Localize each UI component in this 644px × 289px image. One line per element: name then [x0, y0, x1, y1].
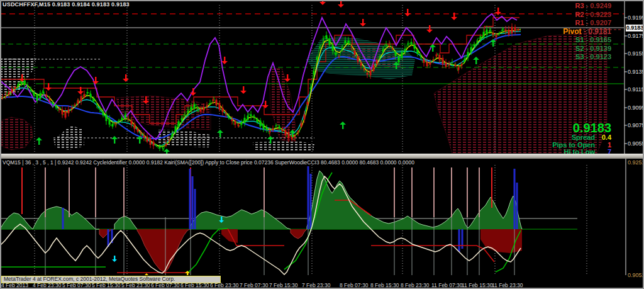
price-tick-label: 0.9195: [628, 14, 644, 21]
candle-body: [310, 88, 312, 89]
time-tick-label: 5 Feb 07:30: [62, 282, 91, 288]
indicator-canvas[interactable]: [0, 159, 644, 275]
indicator-panel[interactable]: [0, 159, 644, 275]
candle-body: [156, 145, 158, 146]
candle-body: [175, 127, 177, 133]
candle-body: [294, 137, 296, 138]
candle-body: [213, 99, 214, 101]
candle-body: [228, 117, 230, 118]
time-tick-label: 8 Feb 23:30: [401, 282, 429, 288]
pivot-name: S3: [575, 53, 584, 60]
candle-body: [2, 98, 4, 98]
candle-body: [150, 139, 152, 145]
candle-body: [338, 56, 340, 57]
candle-body: [250, 115, 252, 116]
candle-body: [514, 27, 516, 31]
time-tick-label: 11 Feb 23:30: [492, 282, 523, 288]
candle-body: [58, 109, 60, 110]
candle-body: [307, 102, 309, 105]
time-tick-label: 8 Feb 07:30: [340, 282, 368, 288]
time-tick-label: 7 Feb 07:30: [240, 282, 268, 288]
candle-body: [269, 131, 271, 132]
candle-body: [203, 107, 205, 111]
candle-body: [285, 130, 287, 135]
pivot-value: - 0.9207: [584, 19, 611, 26]
main-chart-panel[interactable]: USDCHFFXF,M15 0.9183 0.9184 0.9183 0.918…: [0, 0, 644, 154]
candle-body: [489, 30, 491, 32]
candle-body: [477, 41, 479, 42]
candle-body: [184, 115, 186, 116]
pivot-value: - 0.9249: [584, 2, 611, 9]
candle-body: [260, 121, 262, 127]
info-label: Pips to Open: [552, 141, 595, 149]
candle-body: [364, 69, 365, 70]
candle-body: [448, 65, 450, 65]
candle-body: [282, 130, 284, 131]
candle-body: [263, 124, 265, 130]
candle-body: [5, 96, 7, 96]
candle-body: [496, 35, 497, 37]
candle-body: [433, 60, 435, 60]
candle-body: [455, 65, 457, 66]
time-tick-label: 5 Feb 15:30: [92, 282, 120, 288]
candle-body: [360, 62, 362, 65]
candle-body: [436, 54, 438, 56]
main-chart-canvas[interactable]: [0, 0, 644, 154]
candle-body: [200, 109, 202, 112]
candle-body: [68, 110, 70, 113]
price-tick-label: 0.9175: [628, 33, 644, 39]
candle-body: [408, 45, 409, 45]
time-tick-label: 8 Feb 15:30: [370, 282, 399, 288]
time-axis[interactable]: 4 Feb 20134 Feb 23:305 Feb 07:305 Feb 15…: [0, 282, 644, 289]
candle-body: [348, 41, 350, 43]
pivot-label-r1: R1 - 0.9207: [563, 19, 611, 28]
time-tick-label: 6 Feb 15:30: [180, 282, 209, 288]
candle-body: [46, 95, 48, 96]
candle-body: [14, 87, 16, 89]
pivot-label-s1: S1 - 0.9165: [563, 36, 611, 45]
candle-body: [341, 48, 343, 48]
candle-body: [379, 57, 381, 57]
pivot-label-s3: S3 - 0.9123: [563, 53, 611, 62]
pivot-name: S1: [575, 36, 584, 43]
candle-body: [191, 106, 192, 111]
candle-body: [143, 135, 145, 137]
candle-body: [194, 104, 196, 108]
candle-body: [33, 92, 35, 95]
panel-splitter[interactable]: [0, 154, 644, 159]
candle-body: [172, 133, 174, 137]
candle-body: [266, 128, 268, 130]
candle-body: [301, 123, 303, 127]
candle-body: [90, 94, 92, 98]
current-price-tag: 0.9183: [626, 25, 644, 31]
candle-body: [87, 92, 89, 93]
candle-body: [461, 64, 463, 65]
candle-body: [313, 71, 315, 74]
candle-body: [36, 94, 38, 101]
candle-body: [508, 30, 510, 35]
candle-body: [153, 142, 155, 145]
candle-body: [84, 94, 86, 97]
candle-body: [272, 128, 274, 130]
candle-body: [209, 103, 211, 104]
candle-body: [162, 148, 164, 149]
candle-body: [241, 122, 243, 125]
mt4-chart-window: USDCHFFXF,M15 0.9183 0.9184 0.9183 0.918…: [0, 0, 644, 289]
candle-body: [49, 99, 51, 101]
candle-body: [247, 115, 249, 120]
candle-body: [103, 111, 104, 115]
time-tick-label: 6 Feb 07:30: [151, 282, 179, 288]
time-tick-label: 5 Feb 23:30: [121, 282, 150, 288]
time-tick-label: 11 Feb 07:30: [431, 282, 462, 288]
candle-body: [147, 137, 148, 142]
info-label: Hi to Low: [564, 148, 596, 154]
pivot-name: R1: [575, 19, 584, 26]
symbol-ohlc-header: USDCHFFXF,M15 0.9183 0.9184 0.9183 0.918…: [3, 1, 130, 8]
candle-body: [99, 109, 101, 110]
candle-body: [43, 91, 45, 93]
current-price-readout: 0.9183: [552, 122, 611, 134]
candle-body: [351, 47, 353, 47]
candle-body: [464, 59, 466, 61]
candle-body: [370, 71, 372, 76]
trade-info-overlay: 0.9183 Spread0.4Pips to Open1Hi to Low7: [552, 122, 611, 154]
